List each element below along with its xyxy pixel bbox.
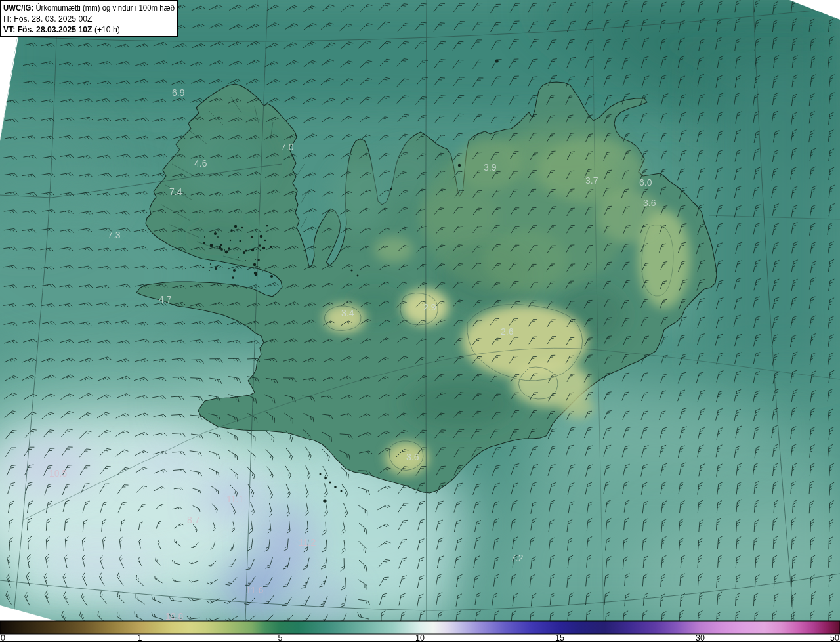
svg-text:10.8: 10.8 xyxy=(165,611,183,622)
svg-text:3.7: 3.7 xyxy=(585,175,598,186)
svg-text:2.9: 2.9 xyxy=(423,302,436,312)
svg-text:3.4: 3.4 xyxy=(341,308,354,318)
svg-text:2.6: 2.6 xyxy=(501,326,514,337)
svg-text:7.0: 7.0 xyxy=(281,142,294,152)
svg-text:4.7: 4.7 xyxy=(159,294,172,305)
svg-text:50: 50 xyxy=(830,633,839,642)
svg-text:1: 1 xyxy=(138,633,142,642)
svg-text:10: 10 xyxy=(415,633,425,642)
svg-text:3.6: 3.6 xyxy=(406,452,419,462)
svg-text:UWC/IG: Úrkomumætti (mm) og vi: UWC/IG: Úrkomumætti (mm) og vindur i 100… xyxy=(3,3,175,12)
svg-text:7.4: 7.4 xyxy=(169,186,182,197)
svg-text:11.1: 11.1 xyxy=(226,494,243,504)
svg-text:7.2: 7.2 xyxy=(511,553,524,563)
svg-text:3.9: 3.9 xyxy=(484,162,497,173)
svg-text:30: 30 xyxy=(696,633,705,642)
svg-text:3.6: 3.6 xyxy=(643,198,656,208)
svg-text:6.9: 6.9 xyxy=(172,87,185,98)
svg-text:0: 0 xyxy=(1,633,5,642)
svg-text:7.3: 7.3 xyxy=(108,230,121,240)
svg-text:VT: Fös. 28.03.2025 10Z (+10 h: VT: Fös. 28.03.2025 10Z (+10 h) xyxy=(3,25,120,34)
svg-text:4.6: 4.6 xyxy=(194,158,207,169)
svg-text:10.5: 10.5 xyxy=(49,468,67,479)
svg-text:6.0: 6.0 xyxy=(639,177,652,188)
svg-text:5: 5 xyxy=(278,633,283,642)
svg-text:8.7: 8.7 xyxy=(187,515,200,525)
svg-text:11.6: 11.6 xyxy=(246,585,263,595)
svg-text:IT: Fös. 28. 03. 2025 00Z: IT: Fös. 28. 03. 2025 00Z xyxy=(3,14,93,24)
svg-text:11.2: 11.2 xyxy=(299,537,316,547)
svg-text:15: 15 xyxy=(555,633,564,642)
